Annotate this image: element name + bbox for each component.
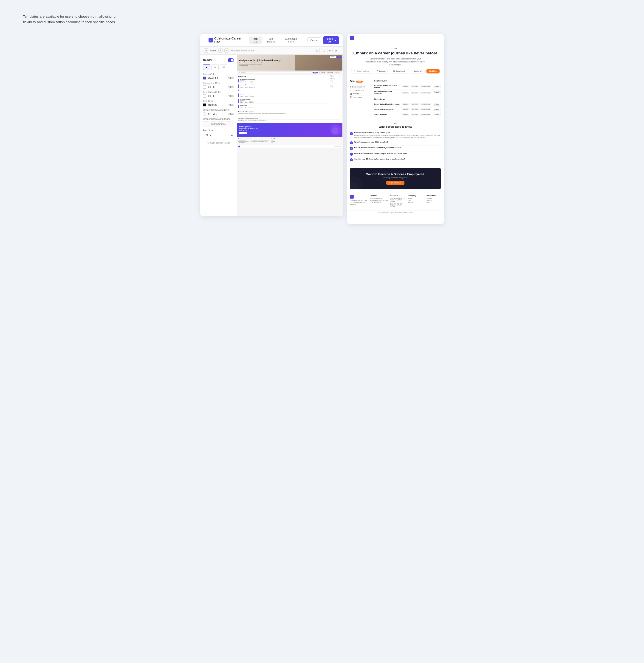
recent-job-header: Recent Job	[238, 90, 329, 92]
play-button[interactable]: ▶	[334, 48, 339, 53]
full-screen-button[interactable]: ⛶	[321, 48, 326, 53]
brand-logo-icon: t	[208, 38, 213, 43]
icon-color-swatch[interactable]	[203, 103, 206, 107]
settings-button[interactable]: ⚙	[328, 48, 333, 53]
rp-jobs-content: Filter Reset ⊞ Experience level 📍 Onsite…	[347, 77, 444, 120]
header-bg-color-field: Header Background Color #F7F7FD 100%	[203, 109, 234, 115]
rp-cta-button[interactable]: Sign up Today	[386, 181, 404, 185]
chevron-icon: ▾	[340, 115, 341, 116]
rp-brand-logo: t	[350, 36, 354, 40]
preview-faq-section: Frequently Asked questions Whether you'r…	[237, 110, 342, 123]
job-details-button[interactable]: Details	[433, 91, 441, 94]
cancel-button[interactable]: Cancel	[307, 38, 321, 43]
btn-style-filled[interactable]: ■	[203, 64, 210, 70]
job-accent-bar	[238, 85, 239, 88]
filters-reset-link[interactable]: Reset	[338, 76, 341, 77]
job-details-button[interactable]: Details	[433, 102, 441, 106]
filter-icon: ⊞	[393, 70, 395, 72]
btn-text-color-swatch[interactable]	[203, 85, 206, 89]
rp-footer-bottom-text: 2024 © Swissy. All rights reserved. Powe…	[347, 210, 444, 214]
table-row: Swift Developer View Details > LocationS…	[238, 104, 329, 109]
editor-back-icon[interactable]: ←	[204, 38, 207, 42]
faq-item: + Can I try your CRM app before committi…	[350, 157, 441, 163]
rp-topbar: t	[347, 34, 444, 42]
chevron-down-icon: ▾	[332, 72, 333, 73]
preview-two-col: Featured Job Research and Development Of…	[238, 75, 341, 109]
job-details-button[interactable]: Details	[433, 85, 441, 88]
rp-search-input[interactable]: 🔍 Search job here	[351, 69, 373, 73]
upload-image-button[interactable]: Upload Image	[203, 121, 234, 127]
button-color-field: Button Color #4AMCFA 100%	[203, 73, 234, 79]
preview-search-button[interactable]: Search	[313, 72, 318, 73]
icon-btn-color-swatch[interactable]	[203, 94, 206, 97]
preview-location-filter[interactable]: 📍 Location ▾	[318, 71, 326, 73]
rp-location-filter[interactable]: 📍 Location ▾	[374, 69, 390, 73]
reset-button[interactable]: ⟳	[204, 48, 208, 52]
header-bg-swatch[interactable]	[203, 112, 206, 115]
job-meta: LocationSundays TypeFull-time Department…	[240, 87, 329, 88]
sidebar-section-header: Header	[203, 58, 234, 62]
contact-us-button[interactable]: Contact Us	[239, 132, 247, 134]
rp-footer: t Let's talk about how Tiimi can help yo…	[347, 192, 444, 210]
font-size-field: Font Size 24 px	[203, 129, 234, 138]
header-toggle[interactable]	[228, 58, 234, 62]
table-row: Research and Development Officer View De…	[238, 78, 329, 83]
job-info: Swift Developer View Details > LocationS…	[240, 105, 329, 108]
preview-department-filter[interactable]: Department ▾	[326, 71, 334, 73]
job-details-button[interactable]: Details	[433, 108, 441, 111]
preview-job-list: Featured Job Research and Development Of…	[238, 75, 329, 109]
rp-department-filter[interactable]: ⊞ Department ▾	[391, 69, 409, 73]
editor-toolbar: ⟳ Reset ↩ ↪ Updated 3 months ago ⊡ ⛶ ⚙ ▶	[200, 47, 343, 55]
tab-job-list[interactable]: Job List	[249, 37, 262, 44]
rp-footer-location: Location 3972 Weathermer Rd, Santo Ana, …	[391, 195, 406, 208]
save-as-button[interactable]: Save As ▾	[323, 36, 339, 44]
preview-inner: Find your perfect job in the tech indust…	[237, 55, 342, 148]
tab-customize-form[interactable]: Customize Form	[280, 37, 302, 44]
rp-search-row: 🔍 Search job here 📍 Location ▾ ⊞ Departm…	[351, 69, 440, 73]
hero-desc: Our team of experts uses the latest UX d…	[239, 62, 263, 66]
table-row: React Native Mobile Developer Sundays Fu…	[374, 102, 441, 107]
level-icon: ≡	[412, 70, 413, 72]
filter-onsite-remote[interactable]: 📍 Onsite/Remote	[350, 89, 372, 92]
job-details-button[interactable]: Details	[433, 113, 441, 116]
filter-experience-level[interactable]: ⊞ Experience level	[350, 85, 372, 89]
filter-date-posted[interactable]: 📅 Date posted	[350, 96, 372, 99]
font-size-select[interactable]: 24 px	[203, 133, 234, 138]
featured-job-header: Featured Job	[238, 75, 329, 77]
faq-item: Can I tailor my resume for different job…	[238, 117, 341, 120]
filter-work-type[interactable]: 🔲 Work type	[350, 92, 372, 96]
chevron-down-icon: ▾	[387, 70, 388, 72]
chevron-down-icon: ▾	[324, 72, 325, 73]
btn-style-rounded[interactable]: ⬜	[220, 64, 227, 70]
page-description: Templates are available for users to cho…	[23, 14, 119, 25]
editor-tabs: Job List Job Details Customize Form	[249, 37, 302, 44]
redo-button[interactable]: ↪	[224, 48, 228, 52]
preview-job-level-filter[interactable]: Job Level ▾	[334, 71, 341, 73]
button-color-swatch[interactable]	[203, 76, 206, 79]
faq-icon: +	[350, 153, 353, 156]
preview-search-input[interactable]: 🔍 Search job	[238, 71, 312, 73]
editor-panel: ← t Customize Career Site Job List Job D…	[200, 34, 343, 216]
table-row: Social Media Specialist Sundays Full-tim…	[374, 107, 441, 112]
toolbar-right-icons: ⊡ ⛶ ⚙ ▶	[315, 48, 339, 53]
faq-item-expanded: + What are the benefits of using a CRM a…	[350, 131, 441, 140]
icon-button-color-field: Icon Button Color #FFFFFF 100%	[203, 91, 234, 97]
hero-save-btn[interactable]: Save	[337, 56, 341, 58]
tab-job-details[interactable]: Job Details	[263, 37, 279, 44]
rp-find-button[interactable]: Find Now	[426, 69, 440, 73]
reset-label: Reset	[210, 49, 217, 52]
hero-cancel-btn[interactable]: Cancel	[330, 56, 336, 58]
preview-footer-bottom: t Powered by Tiimi	[237, 145, 342, 148]
preview-footer: Contacts firstudio@mail.com hello@firstu…	[237, 137, 342, 145]
rp-two-col: Filter Reset ⊞ Experience level 📍 Onsite…	[350, 80, 441, 117]
editor-title: Customize Career Site	[214, 37, 246, 44]
rp-footer-social: Social Media LinkedIn Facebook Twitter	[426, 195, 441, 208]
undo-button[interactable]: ↩	[218, 48, 223, 52]
rp-job-level-filter[interactable]: ≡ Job Level ▾	[410, 69, 426, 73]
btn-style-outline[interactable]: □	[211, 64, 219, 70]
rp-sidebar-filters: Filter Reset ⊞ Experience level 📍 Onsite…	[350, 80, 372, 117]
zoom-fit-button[interactable]: ⊡	[315, 48, 320, 53]
click-to-edit-hint: 🖱 Click section to edit	[203, 142, 234, 144]
hero-content: Find your perfect job in the tech indust…	[239, 59, 281, 66]
location-icon: 📍	[376, 70, 378, 72]
